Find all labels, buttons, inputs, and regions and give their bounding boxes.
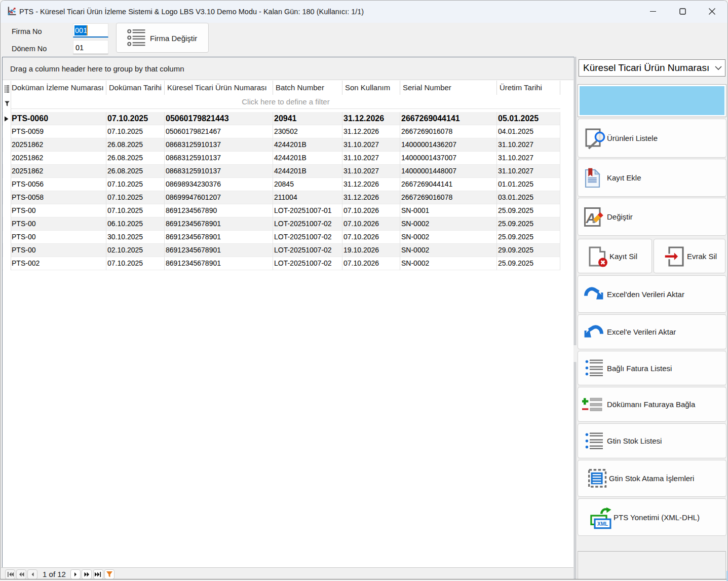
svg-text:XML: XML xyxy=(597,521,608,527)
